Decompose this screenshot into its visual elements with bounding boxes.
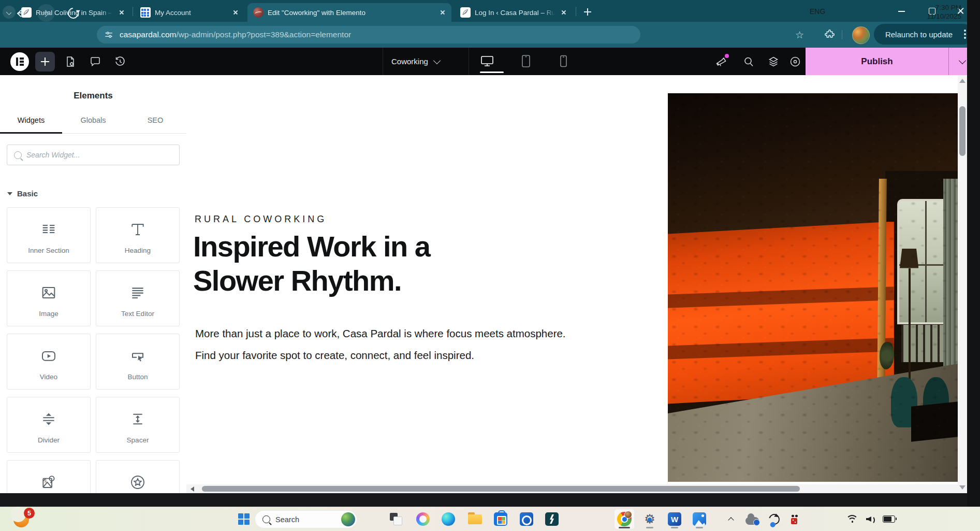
body-text[interactable]: More than just a place to work, Casa Par… <box>195 323 566 366</box>
elementor-menu-button[interactable] <box>10 52 29 71</box>
volume-button[interactable] <box>862 509 879 529</box>
body-line-1: More than just a place to work, Casa Par… <box>195 323 566 345</box>
copilot-button[interactable] <box>413 509 433 529</box>
scroll-left-arrow-icon[interactable] <box>191 486 194 492</box>
relaunch-to-update-button[interactable]: Relaunch to update <box>874 24 973 45</box>
widget-card-button[interactable]: Button <box>96 334 180 390</box>
file-explorer-button[interactable] <box>465 509 485 529</box>
notes-comment-icon[interactable] <box>89 55 101 68</box>
page-canvas[interactable]: RURAL COWORKING Inspired Work in a Slowe… <box>186 75 958 493</box>
tab-close-icon[interactable] <box>231 8 240 17</box>
browser-menu-kebab-icon[interactable] <box>964 33 966 35</box>
app-tray-button[interactable] <box>786 509 803 529</box>
onedrive-tray-button[interactable] <box>743 509 761 529</box>
finder-search-icon[interactable] <box>742 55 755 68</box>
coworking-photo[interactable] <box>668 93 958 482</box>
taskbar-search[interactable]: Search <box>255 510 357 528</box>
wifi-button[interactable] <box>844 509 860 529</box>
structure-layers-icon[interactable] <box>767 55 780 68</box>
horizontal-scroll-thumb[interactable] <box>202 486 800 492</box>
publish-label: Publish <box>806 56 948 67</box>
page-heading[interactable]: Inspired Work in a Slower Rhythm. <box>193 229 430 298</box>
search-input[interactable] <box>26 151 179 159</box>
scroll-up-arrow-icon[interactable] <box>959 79 966 83</box>
tray-overflow-button[interactable] <box>724 509 738 529</box>
address-bar[interactable]: casapardal.com/wp-admin/post.php?post=38… <box>97 26 640 44</box>
bookmark-star-icon[interactable]: ☆ <box>795 29 804 41</box>
elementor-favicon <box>253 7 264 18</box>
canvas-vertical-scrollbar[interactable] <box>958 75 967 493</box>
widget-card-heading[interactable]: Heading <box>96 207 180 263</box>
canvas-horizontal-scrollbar[interactable] <box>186 484 958 493</box>
feather-favicon <box>460 7 471 18</box>
grid-favicon <box>140 7 151 18</box>
widget-card-inner-section[interactable]: Inner Section <box>7 207 91 263</box>
scroll-down-arrow-icon[interactable] <box>959 485 966 490</box>
history-icon[interactable] <box>114 55 126 68</box>
back-button[interactable] <box>11 4 29 22</box>
app-button-teal[interactable] <box>542 509 562 529</box>
vertical-scroll-thumb[interactable] <box>959 106 966 156</box>
outlook-button[interactable] <box>517 509 536 529</box>
widget-card-google-maps[interactable]: g <box>7 460 91 493</box>
device-mobile-icon[interactable] <box>557 54 569 67</box>
preview-eye-icon[interactable] <box>789 55 801 68</box>
widget-card-image[interactable]: Image <box>7 270 91 326</box>
battery-button[interactable] <box>880 509 898 529</box>
tab-my-account[interactable]: My Account <box>135 3 244 22</box>
widget-search-box[interactable] <box>7 145 180 165</box>
whats-new-megaphone-icon[interactable] <box>715 55 728 68</box>
window-right-edge <box>967 0 980 507</box>
reload-button[interactable] <box>64 4 82 22</box>
new-tab-button[interactable] <box>581 5 594 19</box>
edge-button[interactable] <box>438 509 458 529</box>
microsoft-store-button[interactable] <box>491 509 510 529</box>
tab-close-icon[interactable] <box>117 8 126 17</box>
forward-button[interactable] <box>37 4 55 22</box>
search-daily-image <box>341 512 355 526</box>
widget-card-spacer[interactable]: Spacer <box>96 397 180 453</box>
device-desktop-icon[interactable] <box>480 54 492 67</box>
speaker-icon <box>866 515 875 523</box>
extensions-puzzle-icon[interactable] <box>824 30 835 40</box>
page-settings-icon[interactable] <box>64 55 77 68</box>
widget-card-icon[interactable] <box>96 460 180 493</box>
chevron-down-icon <box>433 56 441 64</box>
sync-tray-button[interactable] <box>765 509 783 529</box>
device-tablet-icon[interactable] <box>519 54 532 66</box>
copilot-icon <box>416 512 430 526</box>
clock[interactable]: 7:30 PM 11/10/2025 <box>927 3 961 21</box>
tab-close-icon[interactable] <box>438 8 447 17</box>
wifi-icon <box>847 515 857 523</box>
edge-icon <box>442 512 455 526</box>
panel-tab-seo[interactable]: SEO <box>124 107 186 133</box>
running-indicator <box>696 527 703 528</box>
panel-tab-globals[interactable]: Globals <box>62 107 124 133</box>
url-path: /wp-admin/post.php?post=389&action=eleme… <box>176 30 351 39</box>
tab-log-in[interactable]: Log In ‹ Casa Pardal – Rural Coli <box>455 3 573 22</box>
tab-close-icon[interactable] <box>559 8 568 17</box>
profile-avatar[interactable] <box>852 26 870 44</box>
chrome-button-active[interactable] <box>614 509 635 529</box>
widget-card-video[interactable]: Video <box>7 334 91 390</box>
add-element-button[interactable] <box>35 52 55 71</box>
widget-card-text-editor[interactable]: Text Editor <box>96 270 180 326</box>
site-settings-icon[interactable] <box>104 30 113 39</box>
date: 11/10/2025 <box>927 12 961 21</box>
word-button[interactable]: W <box>665 509 684 529</box>
word-icon: W <box>668 512 681 526</box>
widget-card-divider[interactable]: Divider <box>7 397 91 453</box>
eyebrow-text[interactable]: RURAL COWORKING <box>195 214 327 225</box>
panel-tab-widgets[interactable]: Widgets <box>0 107 62 133</box>
publish-split-button[interactable]: Publish <box>806 48 975 75</box>
task-view-button[interactable] <box>386 509 406 529</box>
start-button[interactable] <box>234 509 254 529</box>
window-minimize-button[interactable] <box>897 6 907 16</box>
reload-icon <box>65 5 81 21</box>
tab-edit-coworking-active[interactable]: Edit "Coworking" with Elemento <box>247 3 451 22</box>
settings-button[interactable]: ⚙ <box>640 509 660 529</box>
document-switcher[interactable]: Coworking <box>391 48 440 75</box>
section-basic-header[interactable]: Basic <box>7 189 38 198</box>
language-indicator[interactable]: ENG <box>810 7 825 16</box>
photos-button[interactable] <box>690 509 709 529</box>
